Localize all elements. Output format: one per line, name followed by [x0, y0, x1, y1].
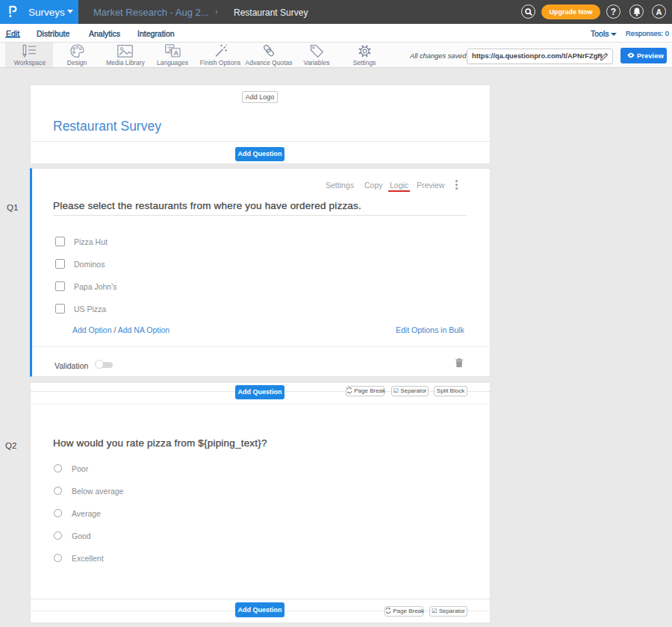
svg-text:A: A [174, 49, 179, 57]
